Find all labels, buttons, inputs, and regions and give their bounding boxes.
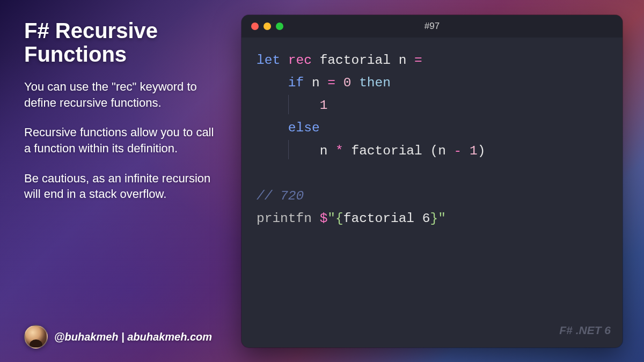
tok-minus: - <box>454 144 462 158</box>
author-footer: @buhakmeh | abuhakmeh.com <box>24 325 223 349</box>
tok-rec: rec <box>288 53 312 68</box>
tok-zero: 0 <box>343 76 352 90</box>
page-title: F# Recursive Functions <box>24 19 223 66</box>
tok-close: ) <box>478 144 486 158</box>
code-line-1: let rec factorial n = <box>257 49 608 72</box>
code-editor-window: #97 let rec factorial n = if n = 0 then … <box>241 15 623 348</box>
tok-if: if <box>288 76 304 90</box>
tok-str-open: "{ <box>327 211 343 226</box>
tok-eqeq: = <box>327 76 335 90</box>
tok-n: n <box>320 144 328 158</box>
tok-param: n <box>399 53 407 68</box>
traffic-lights <box>251 23 283 30</box>
tok-eq: = <box>414 53 422 68</box>
maximize-icon[interactable] <box>276 23 283 30</box>
window-title: #97 <box>241 21 623 32</box>
tok-dollar: $ <box>320 211 328 226</box>
tok-let: let <box>257 53 280 68</box>
window-titlebar: #97 <box>241 15 623 38</box>
avatar <box>24 325 48 349</box>
tok-open: (n <box>430 144 445 158</box>
code-line-2: if n = 0 then <box>257 72 608 94</box>
indent-guide <box>288 140 289 159</box>
tok-then: then <box>359 76 391 90</box>
tok-str-close: }" <box>430 211 445 226</box>
author-site: abuhakmeh.com <box>127 331 212 343</box>
watermark: F# .NET 6 <box>559 321 611 340</box>
para-3: Be cautious, as an infinite recursion wi… <box>24 171 223 202</box>
tok-one: 1 <box>320 98 328 113</box>
tok-var: n <box>312 76 320 90</box>
tok-expr: factorial 6 <box>343 211 430 226</box>
tok-star: * <box>335 144 343 158</box>
code-line-5: n * factorial (n - 1) <box>257 140 608 162</box>
tok-comment: // 720 <box>257 189 304 203</box>
tok-else: else <box>288 121 320 135</box>
author-credits: @buhakmeh | abuhakmeh.com <box>54 331 212 343</box>
para-1: You can use the "rec" keyword to define … <box>24 79 223 110</box>
indent-guide <box>288 95 289 114</box>
tok-printfn: printfn <box>257 211 312 226</box>
tok-fn-name: factorial <box>320 53 391 68</box>
author-handle: @buhakmeh <box>54 331 119 343</box>
info-panel: F# Recursive Functions You can use the "… <box>0 0 236 362</box>
minimize-icon[interactable] <box>264 23 271 30</box>
para-2: Recursive functions allow you to call a … <box>24 124 223 156</box>
separator: | <box>119 331 128 343</box>
code-line-7: printfn $"{factorial 6}" <box>257 208 608 230</box>
tok-call: factorial <box>351 144 422 158</box>
description: You can use the "rec" keyword to define … <box>24 79 223 216</box>
tok-onearg: 1 <box>470 144 478 158</box>
code-line-3: 1 <box>257 94 608 117</box>
code-blank <box>257 162 608 185</box>
code-line-4: else <box>257 117 608 139</box>
close-icon[interactable] <box>251 23 259 30</box>
code-area: let rec factorial n = if n = 0 then 1 el… <box>241 38 623 348</box>
code-line-6: // 720 <box>257 185 608 208</box>
